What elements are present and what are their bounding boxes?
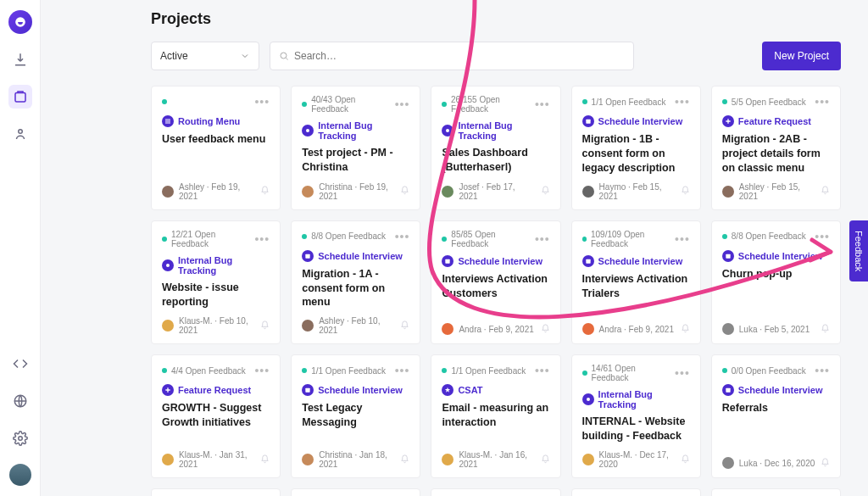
projects-icon[interactable] bbox=[8, 85, 32, 109]
project-card[interactable]: ••• Routing Menu Feedback Menu Routing bbox=[571, 488, 701, 496]
bell-icon[interactable] bbox=[681, 324, 690, 335]
open-feedback-count: 26/155 Open Feedback bbox=[442, 95, 534, 114]
card-more-icon[interactable]: ••• bbox=[254, 364, 270, 377]
bell-icon[interactable] bbox=[260, 454, 270, 465]
bell-icon[interactable] bbox=[400, 454, 409, 465]
project-card[interactable]: 40/43 Open Feedback ••• Internal Bug Tra… bbox=[291, 86, 420, 210]
project-card[interactable]: 1/1 Open Feedback ••• Schedule Interview… bbox=[571, 86, 701, 210]
bell-icon[interactable] bbox=[821, 186, 830, 197]
project-card[interactable]: 1/1 Open Feedback ••• CSAT Email - measu… bbox=[431, 354, 560, 478]
project-title: Migration - 1A - consent form on menu bbox=[302, 267, 409, 310]
bell-icon[interactable] bbox=[821, 324, 830, 335]
project-meta: Klaus-M. · Jan 31, 2021 bbox=[179, 450, 255, 469]
project-meta: Klaus-M. · Feb 10, 2021 bbox=[179, 316, 255, 335]
bell-icon[interactable] bbox=[541, 454, 550, 465]
project-card[interactable]: 12/21 Open Feedback ••• Internal Bug Tra… bbox=[151, 220, 281, 345]
open-feedback-count: 5/5 Open Feedback bbox=[722, 98, 806, 107]
project-tag: Schedule Interview bbox=[582, 255, 690, 267]
svg-rect-0 bbox=[15, 93, 25, 103]
card-more-icon[interactable]: ••• bbox=[535, 364, 550, 377]
project-meta: Christina · Feb 19, 2021 bbox=[319, 182, 395, 201]
project-tag: Schedule Interview bbox=[302, 384, 409, 396]
project-card[interactable]: 20/26 Open Feedback ••• Internal Bug Tra… bbox=[151, 488, 281, 496]
bell-icon[interactable] bbox=[681, 454, 690, 465]
card-more-icon[interactable]: ••• bbox=[675, 95, 690, 109]
project-card[interactable]: 8/8 Open Feedback ••• Schedule Interview… bbox=[291, 220, 420, 345]
project-tag: Schedule Interview bbox=[582, 115, 690, 127]
bell-icon[interactable] bbox=[400, 320, 409, 332]
project-title: Test project - PM - Christina bbox=[302, 146, 409, 175]
open-feedback-count: 40/43 Open Feedback bbox=[302, 95, 394, 114]
globe-icon[interactable] bbox=[8, 389, 32, 413]
card-more-icon[interactable]: ••• bbox=[675, 366, 690, 380]
bell-icon[interactable] bbox=[260, 186, 270, 197]
bell-icon[interactable] bbox=[821, 458, 830, 469]
card-more-icon[interactable]: ••• bbox=[535, 98, 550, 111]
project-meta: Haymo · Feb 15, 2021 bbox=[599, 182, 676, 201]
agents-icon[interactable] bbox=[8, 122, 32, 146]
project-card[interactable]: 85/85 Open Feedback ••• Schedule Intervi… bbox=[431, 220, 560, 345]
project-card[interactable]: 26/155 Open Feedback ••• Internal Bug Tr… bbox=[431, 86, 560, 210]
project-card[interactable]: 5/5 Open Feedback ••• Feature Request Mi… bbox=[711, 86, 841, 210]
project-card[interactable]: 1/1 Open Feedback ••• Schedule Interview… bbox=[291, 354, 420, 478]
bell-icon[interactable] bbox=[681, 186, 690, 197]
project-card[interactable]: 0/1 Open Feedback ••• Feature Request Cl… bbox=[711, 488, 841, 496]
project-meta: Andra · Feb 9, 2021 bbox=[599, 325, 674, 334]
author-avatar bbox=[722, 186, 734, 198]
gear-icon[interactable] bbox=[8, 426, 32, 450]
author-avatar bbox=[582, 186, 594, 198]
card-more-icon[interactable]: ••• bbox=[395, 230, 410, 243]
card-more-icon[interactable]: ••• bbox=[254, 95, 270, 109]
project-card[interactable]: 8/8 Open Feedback ••• Schedule Interview… bbox=[711, 220, 841, 345]
project-meta: Ashley · Feb 19, 2021 bbox=[179, 182, 255, 201]
svg-rect-12 bbox=[726, 254, 730, 258]
card-more-icon[interactable]: ••• bbox=[254, 232, 270, 246]
projects-grid: ••• Routing Menu User feedback menu Ashl… bbox=[151, 86, 841, 496]
author-avatar bbox=[442, 186, 453, 198]
card-more-icon[interactable]: ••• bbox=[815, 230, 830, 243]
project-card[interactable]: 4/4 Open Feedback ••• Feature Request GR… bbox=[151, 354, 281, 478]
author-avatar bbox=[722, 457, 734, 469]
project-card[interactable]: 0/1 Open Feedback ••• Feature Request De… bbox=[291, 488, 420, 496]
chevron-down-icon bbox=[240, 51, 250, 61]
bell-icon[interactable] bbox=[541, 324, 550, 335]
feedback-tab[interactable]: Feedback bbox=[849, 220, 868, 281]
project-tag: CSAT bbox=[442, 384, 549, 396]
svg-rect-9 bbox=[306, 254, 310, 258]
project-tag: Internal Bug Tracking bbox=[302, 120, 409, 141]
project-title: Email - measuring an interaction bbox=[442, 401, 549, 430]
app-logo[interactable] bbox=[8, 10, 32, 34]
project-tag: Feature Request bbox=[162, 384, 270, 396]
project-meta: Christina · Jan 18, 2021 bbox=[319, 450, 395, 469]
search-box[interactable] bbox=[270, 42, 634, 70]
bell-icon[interactable] bbox=[541, 186, 550, 197]
user-avatar[interactable] bbox=[9, 464, 31, 486]
card-more-icon[interactable]: ••• bbox=[395, 364, 410, 377]
download-icon[interactable] bbox=[8, 47, 32, 71]
project-card[interactable]: 0/0 Open Feedback ••• Schedule Interview… bbox=[711, 354, 841, 478]
open-feedback-count: 1/1 Open Feedback bbox=[302, 366, 386, 376]
card-more-icon[interactable]: ••• bbox=[535, 232, 550, 246]
project-tag: Feature Request bbox=[722, 115, 830, 127]
project-meta: Ashley · Feb 15, 2021 bbox=[739, 182, 815, 201]
search-input[interactable] bbox=[294, 50, 625, 62]
project-card[interactable]: 109/109 Open Feedback ••• Schedule Inter… bbox=[571, 220, 701, 345]
status-filter[interactable]: Active bbox=[151, 42, 259, 70]
project-card[interactable]: ••• Routing Menu User feedback menu Ashl… bbox=[151, 86, 281, 210]
author-avatar bbox=[302, 186, 314, 198]
project-card[interactable]: 14/61 Open Feedback ••• Internal Bug Tra… bbox=[571, 354, 701, 478]
card-more-icon[interactable]: ••• bbox=[815, 95, 830, 109]
code-icon[interactable] bbox=[8, 352, 32, 376]
author-avatar bbox=[582, 454, 594, 465]
bell-icon[interactable] bbox=[260, 320, 270, 332]
project-card[interactable]: 69/69 Open Feedback ••• Schedule Intervi… bbox=[431, 488, 560, 496]
open-feedback-count: 4/4 Open Feedback bbox=[162, 366, 246, 376]
new-project-button[interactable]: New Project bbox=[762, 42, 841, 70]
bell-icon[interactable] bbox=[400, 186, 409, 197]
card-more-icon[interactable]: ••• bbox=[675, 232, 690, 246]
svg-rect-10 bbox=[446, 259, 450, 263]
project-tag: Routing Menu bbox=[162, 115, 270, 127]
open-feedback-count: 109/109 Open Feedback bbox=[582, 230, 675, 248]
card-more-icon[interactable]: ••• bbox=[395, 98, 410, 111]
card-more-icon[interactable]: ••• bbox=[815, 364, 830, 377]
